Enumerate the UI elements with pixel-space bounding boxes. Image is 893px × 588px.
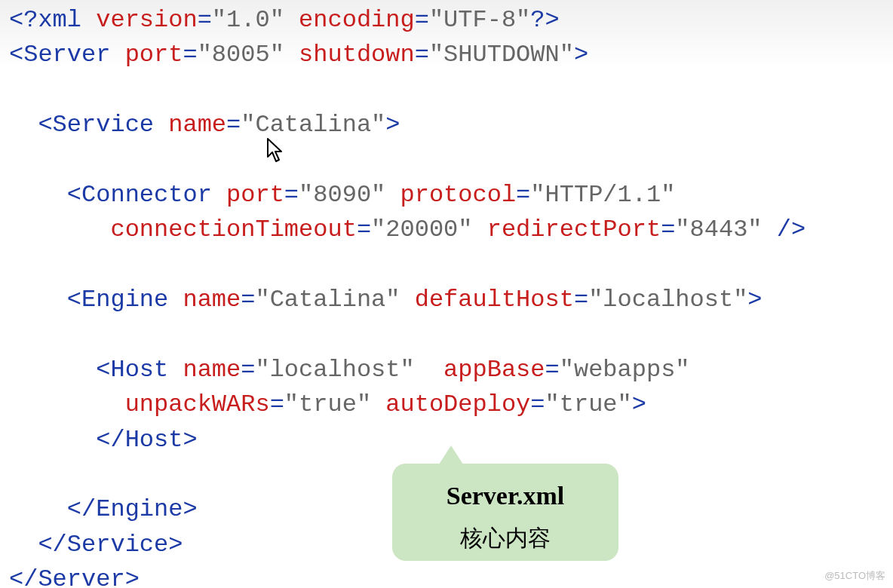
connector-port-attr: port [226,181,284,209]
xml-encoding-attr: encoding [299,6,415,34]
eq: = [357,216,371,243]
eq: = [530,390,545,418]
xml-decl-open: <?xml [9,6,81,34]
eq: = [415,6,429,34]
eq: = [198,6,212,34]
server-open-gt: > [574,41,588,69]
connector-protocol-val: "HTTP/1.1" [530,181,675,209]
xml-version-val: "1.0" [212,6,284,34]
host-open: <Host [96,356,168,384]
xml-decl-close: ?> [530,6,559,34]
connector-rp-val: "8443" [675,216,762,243]
host-unpack-val: "true" [284,390,371,418]
eq: = [226,111,241,139]
server-shutdown-attr: shutdown [299,41,415,69]
host-name-val: "localhost" [255,356,414,384]
host-unpack-attr: unpackWARs [125,390,270,418]
service-open-gt: > [385,111,400,139]
connector-port-val: "8090" [299,181,385,209]
xml-encoding-val: "UTF-8" [429,6,530,34]
engine-close: </Engine> [67,495,198,523]
service-open: <Service [38,111,154,139]
connector-rp-attr: redirectPort [487,216,661,243]
eq: = [270,390,284,418]
callout-title: Server.xml [407,477,603,514]
host-open-gt: > [632,390,646,418]
service-close: </Service> [38,531,183,559]
watermark-text: @51CTO博客 [824,569,885,583]
server-shutdown-val: "SHUTDOWN" [429,41,574,69]
eq: = [183,41,197,69]
xml-version-attr: version [96,6,197,34]
connector-protocol-attr: protocol [400,181,516,209]
eq: = [545,356,560,384]
engine-open-gt: > [747,286,762,314]
server-open: <Server [9,41,110,69]
connector-ct-attr: connectionTimeout [110,216,356,243]
eq: = [574,286,588,314]
eq: = [516,181,530,209]
service-name-val: "Catalina" [241,111,385,139]
host-appbase-attr: appBase [443,356,545,384]
eq: = [661,216,675,243]
eq: = [415,41,429,69]
connector-open: <Connector [67,181,212,209]
server-port-attr: port [125,41,183,69]
engine-dh-attr: defaultHost [415,286,574,314]
engine-name-val: "Catalina" [255,286,400,314]
host-name-attr: name [183,356,241,384]
eq: = [241,286,255,314]
host-close: </Host> [96,426,197,454]
engine-dh-val: "localhost" [588,286,747,314]
engine-open: <Engine [67,286,168,314]
connector-ct-val: "20000" [371,216,472,243]
connector-selfclose: /> [777,216,806,243]
eq: = [284,181,299,209]
host-auto-attr: autoDeploy [385,390,530,418]
server-close: </Server> [9,565,140,588]
server-port-val: "8005" [198,41,284,69]
host-appbase-val: "webapps" [560,356,690,384]
host-auto-val: "true" [545,390,632,418]
service-name-attr: name [168,111,226,139]
engine-name-attr: name [183,286,241,314]
callout-bubble: Server.xml 核心内容 [392,464,618,561]
callout-subtitle: 核心内容 [407,522,603,555]
eq: = [241,356,255,384]
